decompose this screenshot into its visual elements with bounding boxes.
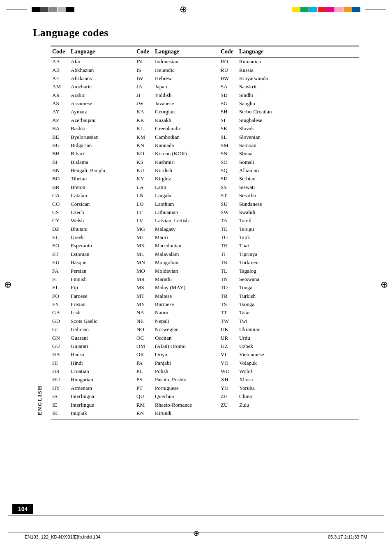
color-block-cyan xyxy=(309,7,317,12)
code-cell: NO xyxy=(135,325,153,334)
code-cell: KL xyxy=(135,124,153,133)
code-cell: OM xyxy=(135,342,153,350)
table-row: HAHausaOROriyaVIVietnamese xyxy=(51,350,359,359)
language-cell: Irish xyxy=(69,309,135,317)
table-row: BEByelorussianKMCambodianSLSlovenian xyxy=(51,133,359,141)
page-title: Language codes xyxy=(33,27,359,39)
language-cell xyxy=(238,409,359,419)
code-cell: GL xyxy=(51,325,69,334)
code-cell: LA xyxy=(135,183,153,191)
language-cell: Estonian xyxy=(69,250,135,258)
code-cell: SG xyxy=(219,99,238,108)
code-cell: RN xyxy=(135,409,153,419)
table-row: HRCroatianPLPolishWOWolof xyxy=(51,367,359,375)
language-cell: Serbo-Croatian xyxy=(238,108,359,116)
language-cell: Vietnamese xyxy=(238,350,359,359)
table-row: BABashkirKLGreenlandicSKSlovak xyxy=(51,124,359,133)
table-row: EUBasqueMNMongolianTKTurkmen xyxy=(51,258,359,267)
header-language2: Language xyxy=(153,46,219,58)
code-cell: KU xyxy=(135,166,153,175)
table-row: HUHungarianPSPashto, PushtoXHXhosa xyxy=(51,375,359,384)
header-code1: Code xyxy=(51,46,69,58)
header-code2: Code xyxy=(135,46,153,58)
code-cell: EU xyxy=(51,258,69,267)
code-cell: SD xyxy=(219,91,238,99)
language-cell: Javanese xyxy=(153,99,219,108)
table-row: ABAbkhazianISIcelandicRURussia xyxy=(51,66,359,74)
code-cell xyxy=(219,409,238,419)
language-cell: Oriya xyxy=(153,350,219,359)
language-cell: Welsh xyxy=(69,216,135,225)
code-cell: JI xyxy=(135,91,153,99)
code-cell: ST xyxy=(219,191,238,200)
language-cell: Ameharic xyxy=(69,83,135,91)
header-reg-mark-center: ⊕ xyxy=(180,4,187,15)
language-cell: Lingala xyxy=(153,191,219,200)
language-cell: Hindi xyxy=(69,359,135,367)
table-row: FYFrisianMYBurmeseTSTsonga xyxy=(51,300,359,309)
code-cell: SO xyxy=(219,158,238,166)
language-cell: Kazakh xyxy=(153,116,219,124)
table-row: FOFaroeseMTMalteseTRTurkish xyxy=(51,292,359,300)
language-cell: Inupiak xyxy=(69,409,135,419)
code-cell: AB xyxy=(51,66,69,74)
table-row: AAAfarINIndonesianRORumanian xyxy=(51,58,359,66)
code-cell: TR xyxy=(219,292,238,300)
code-cell: TL xyxy=(219,267,238,275)
language-cell: Tibetan xyxy=(69,175,135,183)
code-cell: EL xyxy=(51,233,69,242)
table-row: BIBislamaKSKashmiriSOSomali xyxy=(51,158,359,166)
language-cell: Bengali, Bangla xyxy=(69,166,135,175)
language-cell: Armenian xyxy=(69,384,135,392)
language-cell: Moldavian xyxy=(153,267,219,275)
table-row: CYWelshLVLatvian, LettishTATamil xyxy=(51,216,359,225)
language-cell: Bulgarian xyxy=(69,141,135,150)
language-cell: Afrikaans xyxy=(69,74,135,83)
code-cell: KN xyxy=(135,141,153,150)
table-row: AMAmeharicJAJapanSASanskrit xyxy=(51,83,359,91)
language-table: Code Language Code Language Code Languag… xyxy=(51,46,359,419)
code-cell: AM xyxy=(51,83,69,91)
header-language1: Language xyxy=(69,46,135,58)
language-cell: Cambodian xyxy=(153,133,219,141)
code-cell: KO xyxy=(135,150,153,158)
code-cell: CY xyxy=(51,216,69,225)
code-cell: RM xyxy=(135,401,153,409)
code-cell: ET xyxy=(51,250,69,258)
language-cell: Japan xyxy=(153,83,219,91)
code-cell: KS xyxy=(135,158,153,166)
language-cell: Korean (KOR) xyxy=(153,150,219,158)
color-block-lgray xyxy=(58,7,66,12)
code-cell: SL xyxy=(219,133,238,141)
language-cell: Croatian xyxy=(69,367,135,375)
table-row: AYAymaraKAGeorgianSHSerbo-Croatian xyxy=(51,108,359,116)
code-cell: AY xyxy=(51,108,69,116)
language-cell: Interlingue xyxy=(69,401,135,409)
code-cell: KA xyxy=(135,108,153,116)
language-cell: Finnish xyxy=(69,275,135,283)
code-cell: PS xyxy=(135,375,153,384)
code-cell: SN xyxy=(219,150,238,158)
footer-file-info: EN103_122_KD-NX901[E]fb.indd 104 xyxy=(25,534,101,539)
code-cell: SQ xyxy=(219,166,238,175)
code-cell: TH xyxy=(219,242,238,250)
code-cell: RO xyxy=(219,58,238,66)
code-cell: BO xyxy=(51,175,69,183)
color-block-red xyxy=(318,7,326,12)
code-cell: LN xyxy=(135,191,153,200)
language-cell: Kannada xyxy=(153,141,219,150)
language-cell: Sangho xyxy=(238,99,359,108)
language-cell: Burmese xyxy=(153,300,219,309)
code-cell: LO xyxy=(135,200,153,208)
table-row: ETEstonianMLMalayalamTITigrinya xyxy=(51,250,359,258)
code-cell: CS xyxy=(51,208,69,216)
language-cell: Greenlandic xyxy=(153,124,219,133)
code-cell: BE xyxy=(51,133,69,141)
table-row: ARArabicJIYiddishSDSindhi xyxy=(51,91,359,99)
code-cell: FO xyxy=(51,292,69,300)
header-code3: Code xyxy=(219,46,238,58)
language-cell: Faroese xyxy=(69,292,135,300)
code-cell: AA xyxy=(51,58,69,66)
table-row: BGBulgarianKNKannadaSMSamoan xyxy=(51,141,359,150)
language-cell: Persian xyxy=(69,267,135,275)
